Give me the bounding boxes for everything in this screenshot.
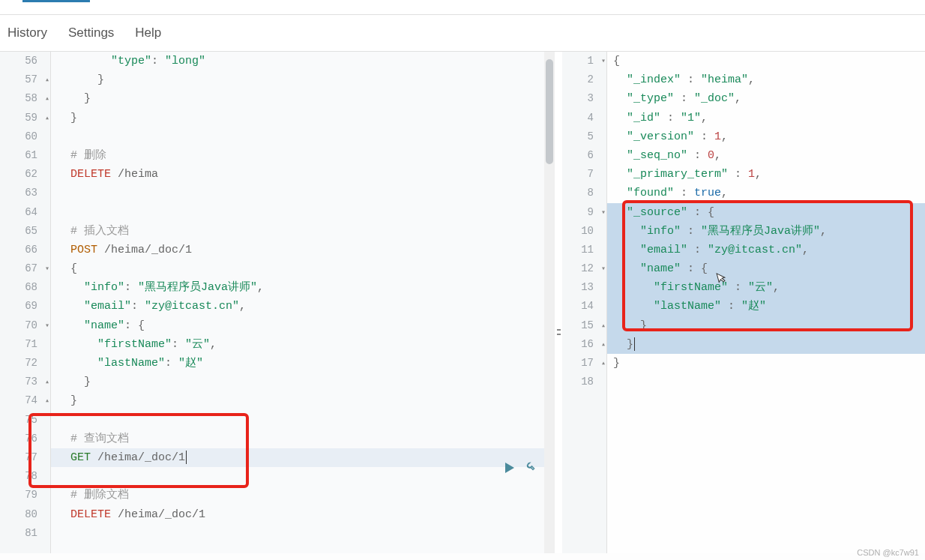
code-line[interactable]: 10 "info" : "黑马程序员Java讲师", xyxy=(562,222,925,241)
response-viewer[interactable]: 1▾{2 "_index" : "heima",3 "_type" : "_do… xyxy=(562,52,925,553)
fold-toggle-icon[interactable]: ▾ xyxy=(45,259,49,278)
fold-toggle-icon[interactable]: ▾ xyxy=(45,316,49,335)
fold-toggle-icon[interactable]: ▴ xyxy=(45,89,49,108)
code-line[interactable]: 72 "lastName": "赵" xyxy=(0,354,555,373)
code-content[interactable]: "lastName": "赵" xyxy=(51,354,555,373)
code-content[interactable]: } xyxy=(51,391,555,410)
fold-toggle-icon[interactable]: ▴ xyxy=(45,109,49,127)
code-content[interactable]: "_primary_term" : 1, xyxy=(607,165,925,184)
code-content[interactable]: "type": "long" xyxy=(51,52,555,70)
run-request-icon[interactable] xyxy=(505,460,514,477)
code-line[interactable]: 73▴ } xyxy=(0,373,555,391)
pane-splitter[interactable] xyxy=(555,52,562,553)
code-line[interactable]: 15▴ } xyxy=(562,316,925,335)
code-line[interactable]: 66 POST /heima/_doc/1 xyxy=(0,241,555,259)
code-content[interactable]: "found" : true, xyxy=(607,184,925,202)
code-line[interactable]: 65 # 插入文档 xyxy=(0,222,555,241)
code-content[interactable]: "name" : { xyxy=(607,259,925,278)
code-content[interactable]: "email": "zy@itcast.cn", xyxy=(51,297,555,316)
code-content[interactable]: } xyxy=(607,354,925,373)
code-line[interactable]: 5 "_version" : 1, xyxy=(562,127,925,146)
code-content[interactable] xyxy=(51,184,555,202)
request-editor[interactable]: 56 "type": "long"57▴ }58▴ }59▴ }6061 # 删… xyxy=(0,52,555,553)
code-line[interactable]: 14 "lastName" : "赵" xyxy=(562,297,925,316)
code-content[interactable]: "_type" : "_doc", xyxy=(607,89,925,108)
code-line[interactable]: 67▾ { xyxy=(0,259,555,278)
code-line[interactable]: 70▾ "name": { xyxy=(0,316,555,335)
fold-toggle-icon[interactable]: ▾ xyxy=(601,52,606,70)
code-line[interactable]: 69 "email": "zy@itcast.cn", xyxy=(0,297,555,316)
code-content[interactable]: "lastName" : "赵" xyxy=(607,297,925,316)
code-content[interactable]: # 删除文档 xyxy=(51,486,555,505)
code-line[interactable]: 18 xyxy=(562,373,925,391)
code-line[interactable]: 60 xyxy=(0,127,555,146)
left-scrollbar[interactable] xyxy=(544,52,555,553)
code-line[interactable]: 79 # 删除文档 xyxy=(0,486,555,505)
code-line[interactable]: 71 "firstName": "云", xyxy=(0,335,555,354)
code-content[interactable]: "info": "黑马程序员Java讲师", xyxy=(51,278,555,297)
code-content[interactable]: } xyxy=(51,89,555,108)
code-content[interactable]: "info" : "黑马程序员Java讲师", xyxy=(607,222,925,241)
code-content[interactable]: } xyxy=(51,70,555,89)
code-line[interactable]: 3 "_type" : "_doc", xyxy=(562,89,925,108)
code-content[interactable]: } xyxy=(51,109,555,127)
code-content[interactable]: "name": { xyxy=(51,316,555,335)
code-content[interactable]: } xyxy=(607,335,925,354)
code-content[interactable]: { xyxy=(607,52,925,70)
code-line[interactable]: 59▴ } xyxy=(0,109,555,127)
code-line[interactable]: 57▴ } xyxy=(0,70,555,89)
code-line[interactable]: 62 DELETE /heima xyxy=(0,165,555,184)
code-line[interactable]: 6 "_seq_no" : 0, xyxy=(562,146,925,165)
fold-toggle-icon[interactable]: ▴ xyxy=(45,391,49,410)
code-content[interactable] xyxy=(51,467,555,486)
code-line[interactable]: 77 GET /heima/_doc/1 xyxy=(0,448,555,467)
code-line[interactable]: 78 xyxy=(0,467,555,486)
code-line[interactable]: 9▾ "_source" : { xyxy=(562,203,925,222)
code-line[interactable]: 75 xyxy=(0,411,555,430)
code-line[interactable]: 81 xyxy=(0,524,555,543)
menu-help[interactable]: Help xyxy=(135,25,161,40)
code-line[interactable]: 76 # 查询文档 xyxy=(0,430,555,448)
code-line[interactable]: 16▴ } xyxy=(562,335,925,354)
code-content[interactable] xyxy=(607,373,925,391)
code-line[interactable]: 58▴ } xyxy=(0,89,555,108)
code-content[interactable]: DELETE /heima xyxy=(51,165,555,184)
code-line[interactable]: 63 xyxy=(0,184,555,202)
code-line[interactable]: 2 "_index" : "heima", xyxy=(562,70,925,89)
fold-toggle-icon[interactable]: ▴ xyxy=(45,70,49,89)
code-content[interactable]: "_seq_no" : 0, xyxy=(607,146,925,165)
code-line[interactable]: 13 "firstName" : "云", xyxy=(562,278,925,297)
code-line[interactable]: 12▾ "name" : { xyxy=(562,259,925,278)
left-scrollbar-thumb[interactable] xyxy=(546,59,553,164)
code-content[interactable]: # 插入文档 xyxy=(51,222,555,241)
code-content[interactable]: "email" : "zy@itcast.cn", xyxy=(607,241,925,259)
code-line[interactable]: 11 "email" : "zy@itcast.cn", xyxy=(562,241,925,259)
fold-toggle-icon[interactable]: ▾ xyxy=(601,203,606,222)
code-content[interactable]: GET /heima/_doc/1 xyxy=(51,448,555,467)
code-content[interactable]: # 删除 xyxy=(51,146,555,165)
code-content[interactable]: } xyxy=(51,373,555,391)
code-line[interactable]: 8 "found" : true, xyxy=(562,184,925,202)
wrench-icon[interactable] xyxy=(522,460,535,477)
code-content[interactable]: POST /heima/_doc/1 xyxy=(51,241,555,259)
menu-settings[interactable]: Settings xyxy=(68,25,114,40)
fold-toggle-icon[interactable]: ▴ xyxy=(601,354,606,373)
code-content[interactable] xyxy=(51,203,555,222)
code-line[interactable]: 74▴ } xyxy=(0,391,555,410)
code-content[interactable]: "_version" : 1, xyxy=(607,127,925,146)
code-content[interactable]: "firstName" : "云", xyxy=(607,278,925,297)
code-line[interactable]: 64 xyxy=(0,203,555,222)
code-content[interactable] xyxy=(51,524,555,543)
code-content[interactable]: "_source" : { xyxy=(607,203,925,222)
menu-history[interactable]: History xyxy=(7,25,47,40)
code-content[interactable]: } xyxy=(607,316,925,335)
fold-toggle-icon[interactable]: ▴ xyxy=(45,373,49,391)
code-line[interactable]: 68 "info": "黑马程序员Java讲师", xyxy=(0,278,555,297)
code-line[interactable]: 80 DELETE /heima/_doc/1 xyxy=(0,505,555,524)
code-line[interactable]: 4 "_id" : "1", xyxy=(562,109,925,127)
code-content[interactable] xyxy=(51,127,555,146)
code-content[interactable]: # 查询文档 xyxy=(51,430,555,448)
fold-toggle-icon[interactable]: ▴ xyxy=(601,335,606,354)
code-content[interactable]: DELETE /heima/_doc/1 xyxy=(51,505,555,524)
code-line[interactable]: 56 "type": "long" xyxy=(0,52,555,70)
